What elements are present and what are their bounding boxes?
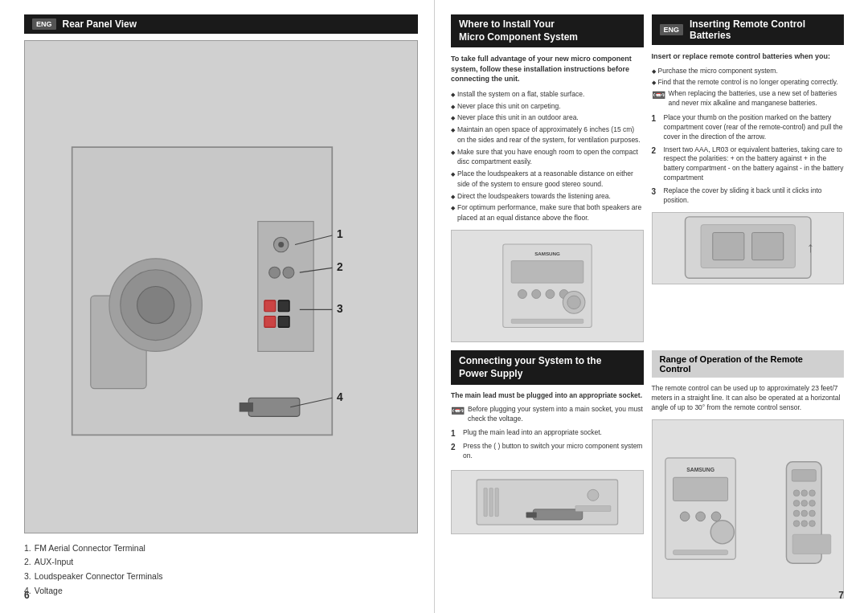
- right-page: Where to Install YourMicro Component Sys…: [434, 0, 868, 613]
- svg-point-62: [809, 501, 816, 507]
- bullet-icon-2: ◆: [451, 114, 455, 123]
- samsung-device-image: SAMSUNG: [451, 230, 644, 342]
- rear-panel-section: ENG Rear Panel View: [24, 14, 418, 533]
- bullet-icon-4: ◆: [451, 149, 455, 168]
- svg-point-45: [588, 489, 599, 501]
- svg-rect-24: [503, 244, 592, 327]
- legend-text-3: Loudspeaker Connector Terminals: [35, 570, 163, 584]
- battery-steps: 1 Place your thumb on the position marke…: [652, 113, 845, 206]
- svg-point-61: [801, 501, 808, 507]
- step-num-3: 3: [652, 186, 660, 206]
- legend-text-1: FM Aerial Connector Terminal: [35, 541, 145, 556]
- svg-point-4: [137, 287, 174, 324]
- note-icon: 📼: [451, 403, 465, 424]
- bullet-icon-5: ◆: [451, 170, 455, 190]
- svg-rect-46: [575, 505, 611, 511]
- legend-text-2: AUX-Input: [35, 555, 73, 570]
- battery-step-2: 2 Insert two AAA, LR03 or equivalent bat…: [652, 145, 845, 184]
- power-supply-step-1: 1 Plug the main lead into an appropriate…: [451, 428, 644, 439]
- svg-point-64: [801, 510, 808, 517]
- svg-rect-15: [279, 317, 290, 328]
- power-supply-steps: 1 Plug the main lead into an appropriate…: [451, 428, 644, 464]
- svg-rect-49: [674, 477, 728, 501]
- battery-bullet-0: ◆Purchase the micro component system.: [652, 66, 845, 76]
- power-supply-note: 📼 Before plugging your system into a mai…: [451, 405, 644, 424]
- svg-text:SAMSUNG: SAMSUNG: [534, 251, 560, 256]
- power-supply-content: The main lead must be plugged into an ap…: [451, 391, 644, 428]
- page-number-right: 7: [838, 590, 844, 601]
- eng-badge-left: ENG: [32, 18, 56, 30]
- legend-item-4: 4. Voltage: [24, 584, 418, 599]
- legend-item-1: 1. FM Aerial Connector Terminal: [24, 541, 418, 556]
- batteries-warning: 📼 When replacing the batteries, use a ne…: [652, 89, 845, 108]
- step-text-1: Place your thumb on the position marked …: [664, 113, 845, 142]
- svg-rect-12: [264, 300, 276, 312]
- install-bullet-7: ◆For optimum performance, make sure that…: [451, 202, 644, 223]
- bullet-icon-0: ◆: [451, 91, 455, 100]
- svg-point-65: [809, 510, 816, 517]
- svg-text:SAMSUNG: SAMSUNG: [687, 468, 715, 473]
- ps-step-text-1: Plug the main lead into an appropriate s…: [463, 428, 602, 439]
- svg-point-29: [546, 290, 555, 299]
- svg-text:3: 3: [337, 302, 343, 315]
- power-supply-title-line2: Power Supply: [459, 368, 522, 379]
- range-content: The remote control can be used up to app…: [652, 384, 845, 413]
- step-text-3: Replace the cover by sliding it back unt…: [664, 186, 845, 206]
- legend-num-2: 2.: [24, 555, 31, 570]
- inserting-batteries-section: ENG Inserting Remote Control Batteries I…: [652, 14, 845, 342]
- svg-point-57: [794, 490, 800, 497]
- warning-text: When replacing the batteries, use a new …: [669, 89, 845, 108]
- bullet-icon-7: ◆: [451, 204, 455, 223]
- ps-step-text-2: Press the ( ) button to switch your micr…: [463, 442, 644, 461]
- legend-item-2: 2. AUX-Input: [24, 555, 418, 570]
- rear-panel-image: 1 2 3 4: [24, 40, 418, 533]
- inserting-batteries-title: Inserting Remote Control Batteries: [690, 18, 836, 41]
- power-supply-main-lead: The main lead must be plugged into an ap…: [451, 391, 644, 401]
- power-supply-section: Connecting your System to the Power Supp…: [451, 350, 644, 599]
- power-supply-title-line1: Connecting your System to the: [459, 355, 601, 366]
- bat-bullet-icon-0: ◆: [652, 67, 656, 76]
- svg-point-59: [809, 490, 816, 497]
- range-drawing: SAMSUNG: [661, 424, 833, 593]
- svg-rect-43: [533, 509, 582, 519]
- ps-step-num-2: 2: [451, 442, 459, 461]
- step-num-1: 1: [652, 113, 660, 142]
- step-num-2: 2: [652, 145, 660, 184]
- ps-step-num-1: 1: [451, 428, 459, 439]
- install-bullet-6: ◆Direct the loudspeakers towards the lis…: [451, 191, 644, 202]
- svg-point-60: [794, 501, 800, 507]
- battery-drawing: ↑: [653, 213, 844, 284]
- svg-point-53: [711, 521, 735, 544]
- install-bullet-1: ◆Never place this unit on carpeting.: [451, 101, 644, 112]
- svg-point-50: [681, 512, 690, 521]
- svg-point-63: [794, 510, 800, 517]
- install-bullets: ◆Install the system on a flat, stable su…: [451, 89, 644, 223]
- svg-point-68: [809, 521, 816, 527]
- power-supply-header: Connecting your System to the Power Supp…: [451, 350, 644, 385]
- svg-point-51: [696, 512, 706, 521]
- bat-bullet-icon-1: ◆: [652, 79, 656, 88]
- power-supply-image: [451, 470, 644, 534]
- svg-rect-14: [264, 317, 276, 328]
- svg-point-32: [567, 296, 581, 309]
- bullet-icon-3: ◆: [451, 126, 455, 145]
- eng-badge-right: ENG: [660, 24, 684, 35]
- bullet-icon-1: ◆: [451, 103, 455, 112]
- battery-step-3: 3 Replace the cover by sliding it back u…: [652, 186, 845, 206]
- range-section: Range of Operation of the Remote Control…: [652, 350, 845, 599]
- step-text-2: Insert two AAA, LR03 or equivalent batte…: [664, 145, 845, 184]
- svg-rect-40: [484, 488, 487, 516]
- svg-rect-33: [511, 319, 583, 324]
- rear-panel-title: Rear Panel View: [63, 18, 137, 30]
- svg-rect-13: [279, 300, 290, 312]
- svg-point-66: [794, 521, 800, 527]
- where-to-install-title: Where to Install YourMicro Component Sys…: [459, 18, 578, 43]
- svg-point-10: [283, 268, 294, 279]
- legend-num-3: 3.: [24, 570, 31, 584]
- svg-point-58: [801, 490, 808, 497]
- warning-icon: 📼: [652, 88, 665, 108]
- bullet-icon-6: ◆: [451, 193, 455, 202]
- battery-bullet-1: ◆Find that the remote control is no long…: [652, 77, 845, 88]
- install-bullet-0: ◆Install the system on a flat, stable su…: [451, 89, 644, 100]
- inserting-batteries-header: ENG Inserting Remote Control Batteries: [652, 14, 845, 45]
